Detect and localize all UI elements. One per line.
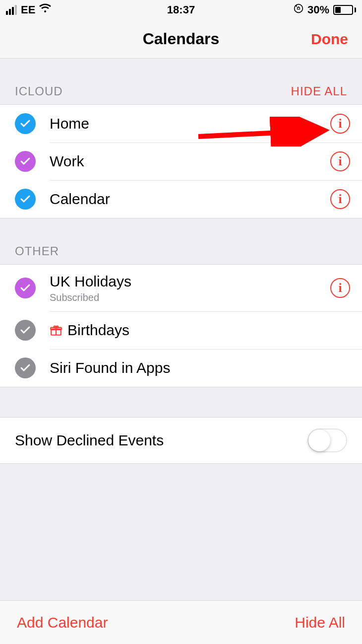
battery-icon (333, 5, 356, 15)
rotation-lock-icon (294, 3, 303, 16)
calendar-label: Birthdays (50, 322, 350, 339)
status-left: EE (6, 3, 51, 16)
status-time: 18:37 (167, 3, 195, 16)
check-icon[interactable] (15, 358, 36, 378)
calendar-label: Home (50, 115, 330, 132)
info-icon[interactable]: i (330, 114, 350, 134)
show-declined-label: Show Declined Events (15, 432, 164, 449)
check-icon[interactable] (15, 113, 36, 134)
svg-point-0 (295, 4, 303, 13)
other-list: UK Holidays Subscribed i Birthdays Siri … (0, 264, 362, 387)
carrier-label: EE (21, 3, 35, 16)
gift-icon (50, 324, 62, 337)
status-bar: EE 18:37 30% (0, 0, 362, 20)
bottom-toolbar: Add Calendar Hide All (0, 600, 362, 644)
icloud-list: Home i Work i Calendar i (0, 104, 362, 218)
calendar-row-birthdays[interactable]: Birthdays (0, 311, 362, 349)
calendar-row-work[interactable]: Work i (0, 143, 362, 180)
calendar-label: Work (50, 153, 330, 170)
info-icon[interactable]: i (330, 278, 350, 298)
info-icon[interactable]: i (330, 151, 350, 171)
hide-all-button[interactable]: Hide All (295, 614, 345, 631)
check-icon[interactable] (15, 151, 36, 172)
section-header-icloud: ICLOUD HIDE ALL (0, 59, 362, 104)
done-button[interactable]: Done (311, 31, 348, 48)
section-header-other: OTHER (0, 218, 362, 264)
show-declined-toggle[interactable] (307, 429, 347, 452)
battery-percent: 30% (307, 3, 329, 16)
calendar-row-siri[interactable]: Siri Found in Apps (0, 349, 362, 387)
calendar-sublabel: Subscribed (50, 292, 330, 303)
add-calendar-button[interactable]: Add Calendar (17, 614, 108, 631)
wifi-icon (39, 3, 51, 16)
section-title: OTHER (15, 244, 59, 258)
calendar-label: UK Holidays Subscribed (50, 273, 330, 303)
calendar-row-ukholidays[interactable]: UK Holidays Subscribed i (0, 265, 362, 311)
status-right: 30% (294, 3, 356, 16)
calendar-row-home[interactable]: Home i (0, 105, 362, 143)
signal-icon (6, 5, 17, 15)
check-icon[interactable] (15, 189, 36, 210)
section-title: ICLOUD (15, 84, 63, 98)
check-icon[interactable] (15, 320, 36, 341)
nav-bar: Calendars Done (0, 20, 362, 59)
show-declined-row: Show Declined Events (0, 417, 362, 464)
check-icon[interactable] (15, 278, 36, 298)
info-icon[interactable]: i (330, 189, 350, 209)
calendar-label: Siri Found in Apps (50, 359, 350, 376)
calendar-label: Calendar (50, 191, 330, 208)
hide-all-icloud-button[interactable]: HIDE ALL (291, 84, 347, 98)
calendar-row-calendar[interactable]: Calendar i (0, 180, 362, 218)
page-title: Calendars (143, 30, 220, 48)
